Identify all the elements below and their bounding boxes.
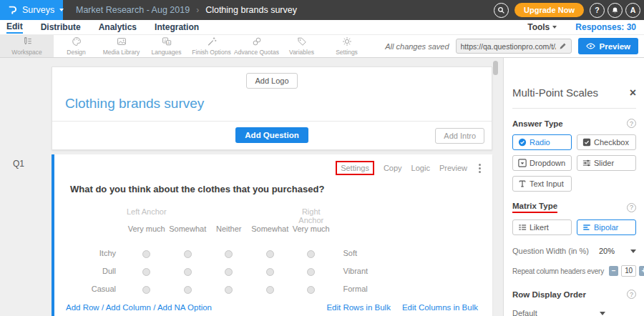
notifications-button[interactable] [608,3,623,18]
preview-button[interactable]: Preview [578,38,638,54]
radio-cell[interactable] [208,262,250,280]
radio-cell[interactable] [167,245,209,262]
radio-cell[interactable] [250,280,291,298]
row-label-left[interactable]: Dull [54,262,126,280]
column-header[interactable]: Very much [126,224,167,245]
increment-button[interactable]: + [639,266,644,276]
matrix-type-bipolar[interactable]: Bipolar [577,219,636,235]
radio-cell[interactable] [167,280,209,298]
radio-cell[interactable] [250,262,291,280]
radio-icon [225,268,233,276]
add-row-link[interactable]: Add Row [66,303,99,312]
tools-dropdown[interactable]: Tools [527,22,557,32]
row-display-order-select[interactable]: Default [512,309,605,316]
add-column-link[interactable]: Add Column [106,303,151,312]
help-icon[interactable]: ? [627,290,636,299]
toolbar-right: All changes saved https://qa.questionpro… [385,35,644,57]
survey-title[interactable]: Clothing brands survey [52,89,492,121]
close-icon[interactable]: × [630,87,636,99]
tab-design[interactable]: Design [54,35,99,57]
question-text[interactable]: What do you think about the clothes that… [70,184,492,194]
answer-type-text-input[interactable]: Text Input [512,176,572,192]
answer-type-checkbox[interactable]: Checkbox [577,134,636,150]
tab-media-library[interactable]: Media Library [99,35,144,57]
row-label-left[interactable]: Itchy [54,245,126,262]
radio-cell[interactable] [126,245,167,262]
answer-type-radio[interactable]: Radio [512,134,572,150]
edit-rows-bulk-link[interactable]: Edit Rows in Bulk [326,303,390,312]
menu-edit[interactable]: Edit [6,21,23,34]
radio-cell[interactable] [291,262,332,280]
tab-languages[interactable]: A Languages [144,35,189,57]
tab-finish-options[interactable]: Finish Options [189,35,234,57]
search-button[interactable] [494,3,509,18]
column-header[interactable]: Somewhat [250,224,291,245]
vertical-scrollbar[interactable] [493,61,498,75]
question-card: Settings Copy Logic Preview What do you … [52,154,492,316]
upgrade-now-button[interactable]: Upgrade Now [514,3,584,17]
question-preview-button[interactable]: Preview [439,164,467,172]
right-anchor-label[interactable]: Right Anchor [291,207,332,224]
tab-workspace[interactable]: Workspace [0,35,54,57]
question-number: Q1 [13,159,24,169]
palette-icon [72,36,82,48]
question-width-row[interactable]: Question Width (in %) 20% [512,247,636,255]
radio-cell[interactable] [291,245,332,262]
menu-integration[interactable]: Integration [155,22,199,32]
decrement-button[interactable]: − [609,266,618,276]
more-options-icon[interactable] [477,162,483,174]
row-label-right[interactable]: Formal [332,280,493,298]
row-label-right[interactable]: Soft [332,245,493,262]
row-display-order-label: Row Display Order [512,290,586,299]
matrix-type-likert[interactable]: Likert [512,219,572,235]
radio-icon [142,268,150,276]
radio-cell[interactable] [167,262,209,280]
answer-type-slider[interactable]: Slider [577,155,636,171]
tab-variables[interactable]: Variables [279,35,324,57]
question-logic-button[interactable]: Logic [411,164,430,172]
radio-cell[interactable] [291,280,332,298]
edit-pencil-icon[interactable] [559,42,567,50]
row-label-right[interactable]: Vibrant [332,262,493,280]
repeat-rows-input[interactable]: 10 [621,265,636,277]
help-icon[interactable]: ? [627,203,636,212]
avatar[interactable]: A [625,3,640,18]
question-copy-button[interactable]: Copy [384,164,402,172]
survey-url-field[interactable]: https://qa.questionpro.com/t/APNrFZfQ [456,39,572,54]
app-root: Surveys Market Research - Aug 2019 › Clo… [0,0,644,316]
row-label-left[interactable]: Casual [54,280,126,298]
answer-type-dropdown[interactable]: Dropdown [512,155,572,171]
help-button[interactable]: ? [590,3,605,18]
tab-advance-quotas[interactable]: Advance Quotas [234,35,279,57]
edit-columns-bulk-link[interactable]: Edit Columns in Bulk [402,303,478,312]
matrix-type-options: Likert Bipolar [512,219,636,235]
help-icon[interactable]: ? [627,119,636,128]
add-na-option-link[interactable]: Add NA Option [157,303,212,312]
radio-icon [184,250,192,258]
add-logo-button[interactable]: Add Logo [246,73,297,89]
tab-settings[interactable]: Settings [324,35,369,57]
left-anchor-label[interactable]: Left Anchor [126,207,167,224]
column-header[interactable]: Neither [208,224,250,245]
radio-cell[interactable] [208,280,250,298]
chevron-down-icon [600,312,605,315]
surveys-label: Surveys [22,5,54,15]
radio-cell[interactable] [250,245,291,262]
breadcrumb-project[interactable]: Market Research - Aug 2019 [76,5,190,15]
responses-count[interactable]: Responses: 30 [575,22,636,32]
surveys-dropdown[interactable]: Surveys [0,0,63,20]
menu-distribute[interactable]: Distribute [41,22,81,32]
column-header[interactable]: Somewhat [167,224,209,245]
menu-analytics[interactable]: Analytics [99,22,137,32]
add-intro-button[interactable]: Add Intro [435,128,484,144]
radio-cell[interactable] [208,245,250,262]
panel-title: Multi-Point Scales [512,87,598,99]
eye-icon [586,43,595,49]
question-width-label: Question Width (in %) [512,247,589,255]
column-header[interactable]: Very much [291,224,332,245]
question-settings-button[interactable]: Settings [336,161,374,175]
add-question-button[interactable]: Add Question [235,127,308,143]
radio-cell[interactable] [126,280,167,298]
survey-canvas: Q1 Add Logo Clothing brands survey Add Q… [0,58,503,316]
radio-cell[interactable] [126,262,167,280]
